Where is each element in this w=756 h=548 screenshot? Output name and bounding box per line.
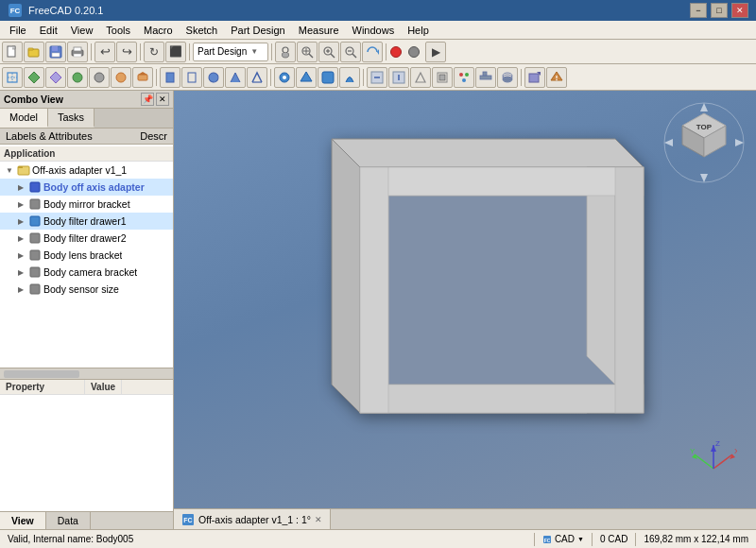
tree-item-body2[interactable]: ▶ Body mirror bracket — [0, 196, 173, 213]
close-button[interactable]: ✕ — [731, 3, 748, 18]
grey-indicator[interactable] — [404, 42, 424, 62]
svg-point-51 — [462, 78, 466, 82]
part-design-tb8[interactable] — [181, 67, 202, 88]
svg-point-11 — [283, 47, 288, 53]
tb-extra2[interactable] — [388, 67, 409, 88]
viewport[interactable]: TOP X Y Z — [174, 91, 756, 529]
labels-text: Labels & Attributes — [6, 130, 93, 142]
value-col-header: Value — [85, 380, 122, 394]
cad-status[interactable]: FC CAD ▼ — [542, 534, 584, 544]
part-design-tb5[interactable] — [111, 67, 131, 88]
workbench-label: Part Design — [198, 46, 247, 57]
arrow-right-button[interactable]: ▶ — [425, 42, 446, 62]
tab-view[interactable]: View — [0, 512, 46, 529]
menu-macro[interactable]: Macro — [138, 24, 179, 37]
body4-icon — [28, 231, 42, 245]
maximize-button[interactable]: □ — [711, 3, 728, 18]
tb-extra3[interactable] — [410, 67, 431, 88]
statusbar-message: Valid, Internal name: Body005 — [8, 534, 526, 544]
save-button[interactable] — [45, 42, 66, 62]
svg-rect-66 — [30, 216, 40, 226]
part-design-tb7[interactable] — [160, 67, 180, 88]
tree-item-body2-label: Body mirror bracket — [43, 198, 130, 210]
body7-chevron: ▶ — [15, 285, 26, 294]
tree-item-body7[interactable]: ▶ Body sensor size — [0, 281, 173, 298]
tree-item-body4[interactable]: ▶ Body filter drawer2 — [0, 230, 173, 247]
part-design-tb13[interactable] — [296, 67, 317, 88]
tree-item-body7-label: Body sensor size — [43, 283, 119, 295]
h-scrollbar[interactable] — [0, 368, 173, 379]
tree-section-app: Application — [0, 146, 173, 162]
tb-extra4[interactable] — [432, 67, 453, 88]
part-design-tb3[interactable] — [67, 67, 88, 88]
part-design-tb4[interactable] — [89, 67, 110, 88]
svg-rect-84 — [615, 167, 644, 413]
menu-tools[interactable]: Tools — [100, 24, 136, 37]
part-design-tb6[interactable] — [132, 67, 153, 88]
print-button[interactable] — [67, 42, 88, 62]
refresh-button[interactable]: ↻ — [144, 42, 164, 62]
tb-extra7[interactable] — [497, 67, 518, 88]
tree-root[interactable]: ▼ Off-axis adapter v1_1 — [0, 162, 173, 179]
menu-sketch[interactable]: Sketch — [180, 24, 224, 37]
zoom-out-button[interactable] — [340, 42, 361, 62]
sketch-button[interactable] — [2, 67, 23, 88]
nav-cube[interactable]: TOP — [662, 100, 747, 185]
svg-rect-64 — [30, 182, 40, 192]
tree-item-body5[interactable]: ▶ Body lens bracket — [0, 247, 173, 264]
panel-close-button[interactable]: ✕ — [156, 93, 169, 106]
part-design-tb9[interactable] — [203, 67, 224, 88]
view-home-button[interactable] — [275, 42, 296, 62]
svg-marker-46 — [416, 73, 425, 82]
stop-button[interactable]: ⬛ — [165, 42, 186, 62]
part-design-tb2[interactable] — [45, 67, 66, 88]
undo-button[interactable]: ↩ — [94, 42, 115, 62]
viewport-tab-1[interactable]: FC Off-axis adapter v1_1 : 1° ✕ — [174, 509, 331, 529]
app-icon: FC — [8, 3, 23, 18]
menu-measure[interactable]: Measure — [293, 24, 345, 37]
zoom-in-button[interactable] — [318, 42, 339, 62]
menu-part-design[interactable]: Part Design — [225, 24, 290, 37]
tree-item-body1[interactable]: ▶ Body off axis adapter — [0, 179, 173, 196]
minimize-button[interactable]: − — [690, 3, 707, 18]
viewport-3d[interactable]: TOP X Y Z — [174, 91, 756, 508]
menu-help[interactable]: Help — [402, 24, 435, 37]
menu-edit[interactable]: Edit — [34, 24, 63, 37]
tree-item-body6[interactable]: ▶ Body camera bracket — [0, 264, 173, 281]
tab-tasks[interactable]: Tasks — [48, 109, 94, 128]
toolbar-sep-1 — [91, 43, 92, 60]
part-design-tb15[interactable] — [339, 67, 360, 88]
part-design-tb12[interactable] — [274, 67, 295, 88]
part-design-tb1[interactable] — [24, 67, 44, 88]
menu-file[interactable]: File — [4, 24, 32, 37]
panel-pin-button[interactable]: 📌 — [141, 93, 154, 106]
part-design-tb10[interactable] — [225, 67, 246, 88]
tree-item-body6-label: Body camera bracket — [43, 266, 137, 278]
menu-view[interactable]: View — [65, 24, 99, 37]
tb-extra6[interactable] — [475, 67, 496, 88]
redo-button[interactable]: ↪ — [116, 42, 137, 62]
workbench-dropdown[interactable]: Part Design ▼ — [193, 43, 268, 61]
dimensions-display: 169,82 mm x 122,14 mm — [644, 534, 748, 544]
tb-extra9[interactable] — [546, 67, 567, 88]
tab-data[interactable]: Data — [46, 512, 91, 529]
combo-view-header: Combo View 📌 ✕ — [0, 91, 173, 109]
tab-model[interactable]: Model — [0, 109, 48, 128]
red-indicator[interactable] — [389, 45, 403, 59]
tree-item-body4-label: Body filter drawer2 — [43, 232, 127, 244]
new-button[interactable] — [2, 42, 23, 62]
property-area[interactable] — [0, 395, 173, 489]
bottom-tabs: View Data — [0, 511, 173, 529]
tb-extra5[interactable] — [454, 67, 474, 88]
tree-item-body3[interactable]: ▶ Body filter drawer1 — [0, 213, 173, 230]
tab-close-icon[interactable]: ✕ — [315, 515, 322, 524]
open-button[interactable] — [24, 42, 44, 62]
part-design-tb11[interactable] — [247, 67, 267, 88]
menu-windows[interactable]: Windows — [347, 24, 401, 37]
zoom-fit-button[interactable] — [297, 42, 318, 62]
tb-extra8[interactable] — [524, 67, 545, 88]
tb-extra1[interactable] — [367, 67, 387, 88]
tree-area[interactable]: Application ▼ Off-axis adapter v1_1 ▶ Bo… — [0, 145, 173, 368]
part-design-tb14[interactable] — [318, 67, 338, 88]
rotate-view-button[interactable] — [362, 42, 383, 62]
